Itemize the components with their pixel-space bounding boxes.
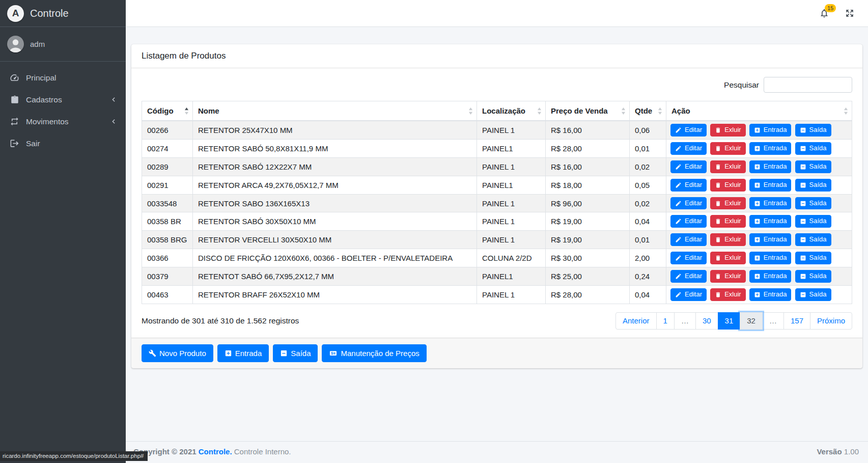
column-header-qtde[interactable]: Qtde xyxy=(630,101,666,121)
notifications-button[interactable]: 15 xyxy=(819,8,829,18)
fullscreen-button[interactable] xyxy=(845,9,854,18)
price-maintenance-button[interactable]: $ Manutenção de Preços xyxy=(322,344,426,363)
delete-button[interactable]: Exluir xyxy=(710,215,746,228)
exit-button[interactable]: Saída xyxy=(795,197,831,210)
minus-square-icon xyxy=(800,291,806,298)
plus-square-icon xyxy=(225,349,232,357)
edit-button[interactable]: Editar xyxy=(670,288,707,301)
column-header-codigo[interactable]: Código xyxy=(142,101,193,121)
exit-button[interactable]: Saída xyxy=(795,288,831,301)
page-next[interactable]: Próximo xyxy=(810,312,852,330)
edit-button[interactable]: Editar xyxy=(670,252,707,264)
delete-button[interactable]: Exluir xyxy=(710,233,746,246)
edit-icon xyxy=(675,145,682,152)
page-32[interactable]: 32 xyxy=(740,312,763,330)
page-30[interactable]: 30 xyxy=(695,312,718,330)
column-header-localizacao[interactable]: Localização xyxy=(477,101,546,121)
column-header-nome[interactable]: Nome xyxy=(193,101,477,121)
column-header-acao[interactable]: Ação xyxy=(666,101,852,121)
sort-icon xyxy=(184,107,189,115)
delete-button[interactable]: Exluir xyxy=(710,288,746,301)
table-row: 00366 DISCO DE FRICÇÃO 120X60X6, 00366 -… xyxy=(142,249,852,267)
delete-button[interactable]: Exluir xyxy=(710,124,746,137)
table-row: 00266 RETENTOR 25X47X10 MM PAINEL 1 R$ 1… xyxy=(142,121,852,139)
tachometer-icon xyxy=(9,73,20,83)
entry-button[interactable]: Entrada xyxy=(749,197,792,210)
table-row: 00379 RETENTOT SABÓ 66,7X95,2X12,7 MM PA… xyxy=(142,267,852,286)
exit-button[interactable]: Saída xyxy=(795,252,831,264)
entry-button[interactable]: Entrada xyxy=(749,179,792,192)
entry-button[interactable]: Entrada xyxy=(749,270,792,283)
delete-button[interactable]: Exluir xyxy=(710,179,746,192)
exit-button[interactable]: Saída xyxy=(795,160,831,173)
new-product-button[interactable]: Novo Produto xyxy=(142,344,213,363)
user-panel[interactable]: adm xyxy=(0,27,126,62)
edit-button[interactable]: Editar xyxy=(670,215,707,228)
edit-icon xyxy=(675,182,682,188)
edit-button[interactable]: Editar xyxy=(670,179,707,192)
exit-button[interactable]: Saída xyxy=(795,233,831,246)
table-row: 0033548 RETENTOR SABO 136X165X13 PAINEL … xyxy=(142,194,852,212)
money-check-icon: $ xyxy=(329,349,338,357)
page-1[interactable]: 1 xyxy=(656,312,675,330)
cell-localizacao: PAINEL 1 xyxy=(477,286,546,304)
sidebar-item-sair[interactable]: Sair xyxy=(4,133,122,154)
edit-button[interactable]: Editar xyxy=(670,233,707,246)
page-31-active[interactable]: 31 xyxy=(718,312,741,330)
cell-actions: Editar Exluir Entrada Saída xyxy=(666,249,852,267)
delete-button[interactable]: Exluir xyxy=(710,160,746,173)
delete-button[interactable]: Exluir xyxy=(710,197,746,210)
trash-icon xyxy=(715,164,721,170)
brand-text: Controle xyxy=(30,8,69,19)
edit-icon xyxy=(675,218,682,225)
footer-brand-link[interactable]: Controle. xyxy=(199,447,232,456)
edit-button[interactable]: Editar xyxy=(670,197,707,210)
entry-button[interactable]: Entrada xyxy=(749,124,792,137)
page-157[interactable]: 157 xyxy=(783,312,810,330)
exit-button[interactable]: Saída xyxy=(795,270,831,283)
delete-button[interactable]: Exluir xyxy=(710,142,746,155)
edit-button[interactable]: Editar xyxy=(670,160,707,173)
edit-button[interactable]: Editar xyxy=(670,124,707,137)
exit-button[interactable]: Saída xyxy=(795,179,831,192)
cell-localizacao: PAINEL 1 xyxy=(477,121,546,139)
cell-codigo: 0033548 xyxy=(142,194,193,212)
sidebar-item-cadastros[interactable]: Cadastros xyxy=(4,89,122,110)
entry-button[interactable]: Entrada xyxy=(749,142,792,155)
delete-button[interactable]: Exluir xyxy=(710,252,746,264)
entry-button[interactable]: Entrada xyxy=(749,160,792,173)
cell-nome: RETENTOR BRAFF 26X52X10 MM xyxy=(193,286,477,304)
cell-localizacao: PAINEL 1 xyxy=(477,157,546,176)
entry-button[interactable]: Entrada xyxy=(749,215,792,228)
expand-icon xyxy=(845,9,854,18)
minus-square-icon xyxy=(280,349,288,357)
products-table: Código Nome Localização Preço de Ve xyxy=(142,101,852,304)
cell-actions: Editar Exluir Entrada Saída xyxy=(666,176,852,194)
search-input[interactable] xyxy=(764,77,852,93)
sidebar-item-movimentos[interactable]: Movimentos xyxy=(4,111,122,132)
user-avatar xyxy=(7,36,24,52)
stock-in-button[interactable]: Entrada xyxy=(217,344,269,363)
entry-button[interactable]: Entrada xyxy=(749,288,792,301)
pagination: Anterior 1 … 30 31 32 … 157 Próximo xyxy=(615,312,852,330)
edit-button[interactable]: Editar xyxy=(670,270,707,283)
exit-button[interactable]: Saída xyxy=(795,142,831,155)
stock-out-button[interactable]: Saída xyxy=(273,344,318,363)
entry-button[interactable]: Entrada xyxy=(749,252,792,264)
page-ellipsis: … xyxy=(762,312,784,330)
page-prev[interactable]: Anterior xyxy=(615,312,657,330)
exit-button[interactable]: Saída xyxy=(795,124,831,137)
cell-actions: Editar Exluir Entrada Saída xyxy=(666,212,852,231)
delete-button[interactable]: Exluir xyxy=(710,270,746,283)
chevron-left-icon xyxy=(110,96,117,103)
sidebar-item-principal[interactable]: Principal xyxy=(4,67,122,88)
cell-codigo: 00291 xyxy=(142,176,193,194)
sign-out-icon xyxy=(9,139,20,148)
brand-link[interactable]: A Controle xyxy=(0,0,126,27)
trash-icon xyxy=(715,182,721,188)
products-card: Listagem de Produtos Pesquisar Código xyxy=(131,44,862,368)
column-header-preco[interactable]: Preço de Venda xyxy=(546,101,630,121)
edit-button[interactable]: Editar xyxy=(670,142,707,155)
entry-button[interactable]: Entrada xyxy=(749,233,792,246)
exit-button[interactable]: Saída xyxy=(795,215,831,228)
